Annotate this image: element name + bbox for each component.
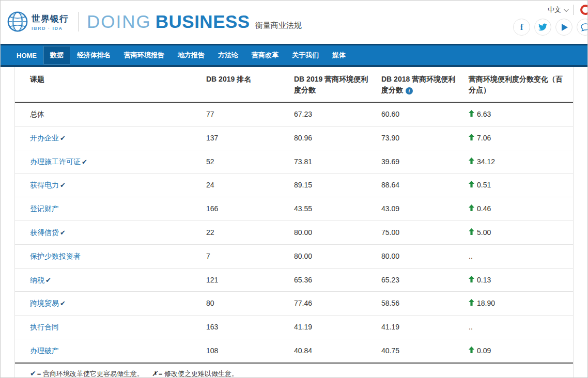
db2019-score-cell: 65.36 [294,269,381,292]
db2018-score-cell: 40.75 [381,339,469,363]
topic-link-paying-taxes[interactable]: 纳税 [30,276,44,284]
reform-check-icon: ✔ [60,300,66,307]
column-header: 营商环境便利度分数变化（百分点） [469,67,573,102]
doing-business-logo[interactable]: DOING BUSINESS 衡量商业法规 [87,11,302,32]
change-value: 6.63 [477,110,491,119]
nav-item-data[interactable]: 数据 [43,46,70,65]
brand-tagline: 衡量商业法规 [255,21,302,30]
language-row: 中文 [548,5,588,15]
topic-cell: 跨境贸易✔ [15,292,206,315]
topic-cell: 获得信贷✔ [15,221,206,244]
rank-cell: 137 [206,127,294,150]
change-value: 34.12 [477,158,495,166]
topic-link-starting-a-business[interactable]: 开办企业 [30,134,59,142]
partial-red-badge-icon [580,5,588,15]
cross-legend-text: = 修改使之更难以做生意。 [159,370,238,377]
db2019-score-cell: 89.15 [294,174,381,197]
worldbank-wordmark[interactable]: 世界银行 IBRD · IDA [32,13,69,31]
page: 世界银行 IBRD · IDA DOING BUSINESS 衡量商业法规 中文… [0,0,588,378]
check-legend-text: = 营商环境改革使它更容易做生意。 [37,370,144,377]
doing-wordmark: DOING [87,11,151,32]
topic-link-registering-property[interactable]: 登记财产 [30,204,59,213]
up-arrow-icon [469,299,474,308]
nav-item-home[interactable]: HOME [10,47,43,64]
change-cell: .. [469,316,573,339]
db2018-score-cell: 73.90 [381,127,469,150]
language-selector[interactable]: 中文 [548,5,567,14]
column-header-label: 营商环境便利度分数变化（百分点） [469,75,563,94]
change-cell: 5.00 [469,221,573,244]
table-body: 总体7767.2360.606.63开办企业✔13780.9673.907.06… [15,103,573,364]
nav-item-methodology[interactable]: 方法论 [211,46,245,65]
db2018-score-cell: 80.00 [381,245,469,268]
topic-link-resolving-insolvency[interactable]: 办理破产 [30,346,59,355]
nav-item-subnational-reports[interactable]: 地方报告 [171,46,211,65]
change-cell: .. [469,245,573,268]
column-header: DB 2018 营商环境便利度分数i [381,67,469,102]
column-header-label: DB 2019 营商环境便利度分数 [294,75,368,94]
db2018-score-cell: 43.09 [381,197,469,220]
db2018-score-cell: 75.00 [381,221,469,244]
nav-item-business-reforms[interactable]: 营商改革 [245,46,285,65]
db2019-score-cell: 41.19 [294,316,381,339]
chevron-down-icon [564,7,569,12]
db2018-score-cell: 88.64 [381,174,469,197]
db2019-score-cell: 67.23 [294,103,381,126]
db2019-score-cell: 80.96 [294,127,381,150]
site-header: 世界银行 IBRD · IDA DOING BUSINESS 衡量商业法规 中文… [1,1,587,44]
change-value: 5.00 [477,228,491,237]
nav-item-doing-business-reports[interactable]: 营商环境报告 [117,46,171,65]
change-cell: 0.13 [469,269,573,292]
change-value: .. [469,252,473,261]
rank-cell: 24 [206,174,294,197]
topic-link-construction-permits[interactable]: 办理施工许可证 [30,158,81,166]
rank-cell: 163 [206,316,294,339]
facebook-icon[interactable]: f [513,19,530,36]
twitter-icon[interactable] [534,19,551,36]
topic-cell: 保护少数投资者 [15,245,206,268]
topic-link-getting-credit[interactable]: 获得信贷 [30,228,59,237]
worldbank-globe-icon [7,11,28,33]
table-row: 办理施工许可证✔5273.8139.6934.12 [15,150,573,174]
db2019-score-cell: 80.00 [294,245,381,268]
reform-check-icon: ✔ [60,229,66,237]
rank-cell: 22 [206,221,294,244]
nav-item-media[interactable]: 媒体 [326,46,352,65]
topic-link-getting-electricity[interactable]: 获得电力 [30,181,59,189]
column-header-label: DB 2018 营商环境便利度分数 [381,75,455,94]
up-arrow-icon [469,346,474,355]
table-row: 执行合同16341.1941.19.. [15,316,573,339]
rank-cell: 80 [206,292,294,315]
rank-cell: 166 [206,197,294,220]
change-cell: 34.12 [469,150,573,174]
nav-item-about-us[interactable]: 关于我们 [285,46,326,65]
table-row: 纳税✔12165.3665.230.13 [15,269,573,292]
reform-check-icon: ✔ [60,134,66,142]
up-arrow-icon [469,228,474,237]
table-row: 保护少数投资者780.0080.00.. [15,245,573,269]
db2018-score-cell: 58.56 [381,292,469,315]
comment-icon[interactable] [577,19,588,36]
rank-cell: 108 [206,339,294,363]
table-header-row: 课题DB 2019 排名DB 2019 营商环境便利度分数DB 2018 营商环… [15,67,573,103]
topics-table: 课题DB 2019 排名DB 2019 营商环境便利度分数DB 2018 营商环… [15,67,573,364]
business-wordmark: BUSINESS [156,11,250,32]
video-icon[interactable] [555,19,572,36]
table-row: 登记财产16643.5543.090.46 [15,197,573,221]
db2019-score-cell: 80.00 [294,221,381,244]
topic-link-protecting-minority-investors[interactable]: 保护少数投资者 [30,252,81,260]
nav-item-economy-rankings[interactable]: 经济体排名 [70,46,117,65]
topic-link-trading-across-borders[interactable]: 跨境贸易 [30,299,59,307]
topic-cell: 办理施工许可证✔ [15,150,206,174]
topic-label-overall: 总体 [30,110,44,118]
rank-cell: 7 [206,245,294,268]
rank-cell: 121 [206,269,294,292]
main-nav: HOME数据经济体排名营商环境报告地方报告方法论营商改革关于我们媒体 [1,44,587,67]
db2018-score-cell: 41.19 [381,316,469,339]
table-row: 总体7767.2360.606.63 [15,103,573,127]
brand-area: 世界银行 IBRD · IDA DOING BUSINESS 衡量商业法规 [7,11,302,33]
up-arrow-icon [469,276,474,285]
info-icon[interactable]: i [406,87,413,94]
topic-link-enforcing-contracts[interactable]: 执行合同 [30,323,59,331]
rank-cell: 77 [206,103,294,126]
